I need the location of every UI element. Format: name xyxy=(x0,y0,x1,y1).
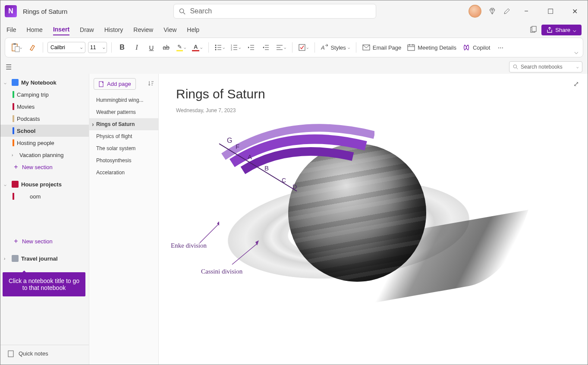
section-color-bar xyxy=(13,193,14,200)
page-weather[interactable]: Weather patterns xyxy=(89,106,158,118)
section-truncated[interactable]: oom xyxy=(0,190,89,202)
menu-view[interactable]: View xyxy=(164,25,176,35)
svg-rect-5 xyxy=(13,43,16,45)
new-section-button-2[interactable]: +New section xyxy=(0,235,89,247)
search-notebooks-input[interactable]: Search notebooks ⌵ xyxy=(509,61,582,72)
expand-icon[interactable]: ⤢ xyxy=(573,80,579,88)
styles-button[interactable]: AStyles⌵ xyxy=(319,41,351,54)
section-vacation-planning[interactable]: ›Vacation planning xyxy=(0,149,89,161)
menu-draw[interactable]: Draw xyxy=(80,25,94,35)
underline-button[interactable]: U xyxy=(145,41,157,54)
format-painter-button[interactable] xyxy=(26,41,38,54)
menu-home[interactable]: Home xyxy=(27,25,43,35)
section-school[interactable]: School xyxy=(0,125,89,137)
svg-rect-31 xyxy=(408,45,415,50)
notebook-my-notebook[interactable]: ⌵ My Notebook xyxy=(0,76,89,88)
section-camping-trip[interactable]: Camping trip xyxy=(0,88,89,101)
chevron-down-icon: ⌵ xyxy=(576,65,579,69)
more-button[interactable]: ⋯ xyxy=(494,41,506,54)
label-enke: Enke division xyxy=(171,242,207,249)
pages-sidebar: Add page Hummingbird wing... Weather pat… xyxy=(89,74,159,365)
svg-line-46 xyxy=(200,223,219,243)
chevron-down-icon: ⌵ xyxy=(4,182,9,187)
minimize-button[interactable]: − xyxy=(518,5,535,18)
align-button[interactable]: ⌵ xyxy=(274,41,288,54)
svg-rect-6 xyxy=(15,47,19,52)
ribbon-toolbar: ⌵ Cailbri⌵ 11⌵ B I U ab ✎⌵ A⌵ ⌵ 123⌵ ⌵ ⌵… xyxy=(5,38,583,57)
bold-button[interactable]: B xyxy=(116,41,128,54)
svg-text:C: C xyxy=(282,177,286,184)
menu-bar: File Home Insert Draw History Review Vie… xyxy=(0,22,588,38)
chevron-right-icon: › xyxy=(4,256,9,261)
svg-rect-28 xyxy=(299,44,305,50)
page-hummingbird[interactable]: Hummingbird wing... xyxy=(89,94,158,106)
menu-insert[interactable]: Insert xyxy=(53,24,69,35)
paste-button[interactable]: ⌵ xyxy=(9,41,24,54)
section-color-bar xyxy=(13,139,14,146)
label-cassini: Cassini division xyxy=(201,268,242,275)
page-content[interactable]: ⤢ Rings of Saturn Wednesday, June 7, 202… xyxy=(159,74,588,365)
page-acceleration[interactable]: Accelaration xyxy=(89,167,158,179)
section-hosting-people[interactable]: Hosting people xyxy=(0,137,89,149)
page-photosynthesis[interactable]: Photosynthesis xyxy=(89,154,158,167)
menu-file[interactable]: File xyxy=(6,25,16,35)
search-box[interactable]: Search xyxy=(173,4,376,19)
font-name-select[interactable]: Cailbri⌵ xyxy=(47,42,85,53)
coach-tooltip: Click a notebook title to go to that not… xyxy=(3,272,85,296)
font-size-select[interactable]: 11⌵ xyxy=(88,42,107,53)
svg-rect-37 xyxy=(8,351,13,357)
svg-line-36 xyxy=(516,68,518,69)
plus-icon: + xyxy=(13,237,19,245)
svg-point-7 xyxy=(215,45,217,46)
highlight-button[interactable]: ✎⌵ xyxy=(175,41,188,54)
menu-history[interactable]: History xyxy=(104,25,123,35)
section-podcasts[interactable]: Podcasts xyxy=(0,113,89,125)
page-physics[interactable]: Physics of flight xyxy=(89,130,158,142)
italic-button[interactable]: I xyxy=(131,41,143,54)
section-movies[interactable]: Movies xyxy=(0,101,89,113)
close-button[interactable]: ✕ xyxy=(566,5,583,18)
meeting-details-button[interactable]: Meeting Details xyxy=(406,41,458,54)
ring-arc-annotation: G F A B C D xyxy=(202,122,374,208)
notebook-house-projects[interactable]: ⌵ House projects xyxy=(0,178,89,190)
menu-review[interactable]: Review xyxy=(133,25,153,35)
notebook-travel-journal[interactable]: › Travel journal xyxy=(0,252,89,264)
maximize-button[interactable]: ☐ xyxy=(542,5,559,18)
page-rings-of-saturn[interactable]: Rings of Saturn xyxy=(89,118,158,130)
svg-text:D: D xyxy=(292,183,297,190)
section-color-bar xyxy=(13,115,14,122)
svg-text:3: 3 xyxy=(231,48,232,50)
numbering-button[interactable]: 123⌵ xyxy=(229,41,242,54)
menu-help[interactable]: Help xyxy=(187,25,199,35)
onenote-app-icon: N xyxy=(5,5,17,17)
strikethrough-button[interactable]: ab xyxy=(160,41,172,54)
share-button[interactable]: Share ⌵ xyxy=(541,25,582,35)
ribbon-expand-icon[interactable]: ⌵ xyxy=(574,47,579,57)
pen-icon[interactable] xyxy=(503,7,511,15)
add-page-button[interactable]: Add page xyxy=(94,78,136,90)
new-section-button[interactable]: +New section xyxy=(0,161,89,173)
email-page-button[interactable]: Email Page xyxy=(361,41,403,54)
font-color-button[interactable]: A⌵ xyxy=(190,41,204,54)
page-title[interactable]: Rings of Saturn xyxy=(176,87,570,101)
bullets-button[interactable]: ⌵ xyxy=(213,41,226,54)
hamburger-icon[interactable]: ☰ xyxy=(6,63,12,71)
user-avatar[interactable] xyxy=(469,5,481,18)
copilot-button[interactable]: Copilot xyxy=(461,41,492,54)
page-date: Wednesday, June 7, 2023 xyxy=(176,107,570,113)
todo-tag-button[interactable]: ⌵ xyxy=(297,41,310,54)
chevron-down-icon: ⌵ xyxy=(4,80,9,85)
sort-pages-button[interactable] xyxy=(148,80,154,88)
page-icon xyxy=(7,350,14,357)
diamond-icon[interactable] xyxy=(488,7,496,15)
add-page-icon xyxy=(98,81,104,87)
open-in-new-icon[interactable] xyxy=(529,26,537,34)
section-color-bar xyxy=(13,127,14,134)
search-icon xyxy=(179,8,186,15)
svg-line-47 xyxy=(232,243,258,264)
page-solar-system[interactable]: The solar system xyxy=(89,142,158,154)
outdent-button[interactable] xyxy=(245,41,257,54)
indent-button[interactable] xyxy=(260,41,272,54)
quick-notes-button[interactable]: Quick notes xyxy=(0,345,89,362)
section-color-bar xyxy=(13,103,14,110)
